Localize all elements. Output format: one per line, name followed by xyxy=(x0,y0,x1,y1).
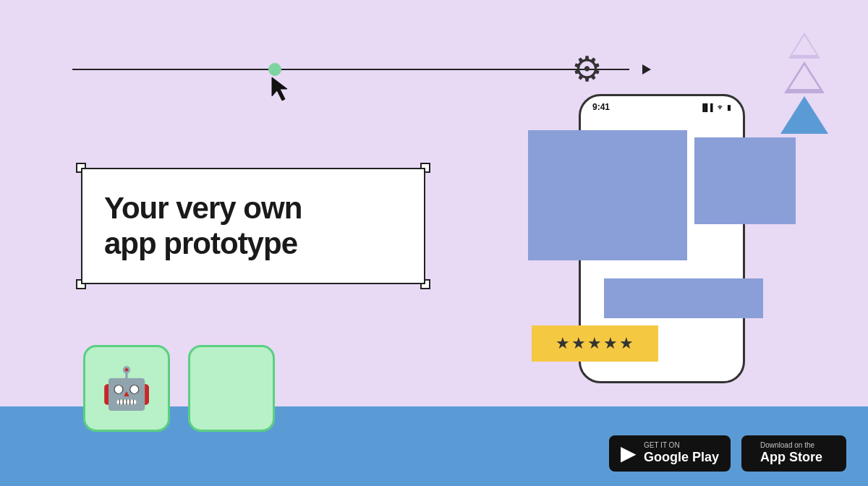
svg-marker-0 xyxy=(272,77,287,101)
app-store-badge[interactable]: Download on the App Store xyxy=(741,435,846,472)
triangles-decoration xyxy=(780,33,828,134)
signal-icon: ▐▌▌ xyxy=(700,103,715,111)
text-box-wrapper: Your very own app prototype xyxy=(72,159,434,293)
google-play-label-top: GET IT ON xyxy=(644,441,719,450)
wifi-icon: ᯤ xyxy=(718,103,725,111)
star-rating: ★★★★★ xyxy=(556,334,635,353)
app-icons-row: 🤖 xyxy=(83,345,275,432)
phone-time: 9:41 xyxy=(592,102,610,112)
headline: Your very own app prototype xyxy=(104,191,302,261)
google-play-icon: ▶ xyxy=(621,443,637,464)
phone-status-icons: ▐▌▌ ᯤ ▮ xyxy=(700,103,731,111)
timeline-line xyxy=(72,69,629,70)
text-box: Your very own app prototype xyxy=(81,168,425,284)
app-store-label-top: Download on the xyxy=(760,441,822,450)
ui-block-bottom xyxy=(604,278,763,318)
phone-status-bar: 9:41 ▐▌▌ ᯤ ▮ xyxy=(581,96,743,115)
triangle-3 xyxy=(780,96,828,134)
app-store-label-main: App Store xyxy=(760,450,822,466)
google-play-badge[interactable]: ▶ GET IT ON Google Play xyxy=(609,435,731,472)
timeline xyxy=(72,69,651,70)
triangle-1 xyxy=(788,33,820,59)
download-badges: ▶ GET IT ON Google Play Download on the … xyxy=(609,435,846,472)
google-play-text: GET IT ON Google Play xyxy=(644,441,719,466)
stars-block: ★★★★★ xyxy=(532,325,658,362)
apple-icon-box[interactable] xyxy=(188,345,275,432)
app-store-text: Download on the App Store xyxy=(760,441,822,466)
gear-icon: ⚙ xyxy=(571,52,603,87)
google-play-label-main: Google Play xyxy=(644,450,719,466)
triangle-2 xyxy=(784,61,825,93)
android-icon: 🤖 xyxy=(101,364,152,412)
battery-icon: ▮ xyxy=(727,103,731,111)
android-icon-box[interactable]: 🤖 xyxy=(83,345,170,432)
timeline-dot xyxy=(268,63,281,76)
ui-block-large xyxy=(528,130,687,260)
ui-block-right xyxy=(694,137,796,224)
timeline-arrow xyxy=(642,64,651,74)
